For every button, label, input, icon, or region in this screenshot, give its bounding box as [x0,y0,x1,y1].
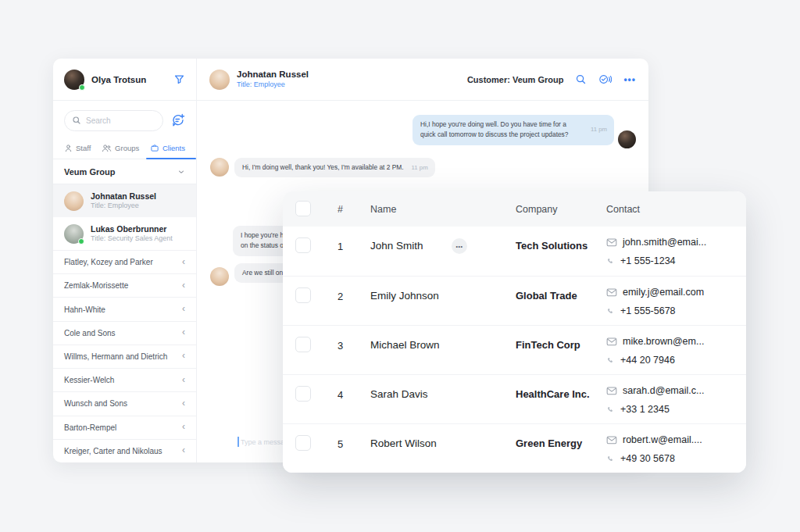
company-group-label: Willms, Hermann and Dietrich [64,352,167,361]
chevron-left-icon: ‹ [182,257,185,266]
row-number: 5 [338,438,343,450]
current-user-avatar [64,70,84,90]
filter-icon[interactable] [173,73,185,85]
chevron-left-icon: ‹ [182,304,185,313]
row-number: 3 [338,340,343,352]
row-checkbox[interactable] [295,337,311,352]
online-status-dot [79,84,85,91]
row-number: 1 [338,241,343,252]
contact-name-cell: Michael Brown [370,339,440,351]
company-group-item[interactable]: Zemlak-Morissette‹ [53,274,196,298]
contact-cell: sarah.d@email.c... +33 1 2345 [606,381,704,419]
company-group-item[interactable]: Flatley, Kozey and Parker‹ [53,251,196,274]
search-input[interactable]: Search [64,110,163,131]
current-user-name: Olya Trotsun [91,75,146,84]
contact-cell: mike.brown@em... +44 20 7946 [606,332,704,370]
table-row[interactable]: 2 Emily Johnson Global Trade emily.j@ema… [283,276,746,325]
contact-cell: john.smith@emai... +1 555-1234 [606,233,706,270]
chat-search-icon[interactable] [575,73,587,85]
company-group-item[interactable]: Hahn-White‹ [53,298,196,321]
company-group-item[interactable]: Kessier-Welch‹ [53,369,196,392]
phone-icon [606,405,615,414]
table-row[interactable]: 3 Michael Brown FinTech Corp mike.brown@… [283,325,746,374]
company-group-item[interactable]: Wunsch and Sons‹ [53,392,196,416]
contact-cell: robert.w@email.... +49 30 5678 [606,430,702,468]
sidebar-tabs: Staff Groups Clients [53,137,196,159]
phone-icon [606,257,615,266]
company-group-item[interactable]: Cole and Sons‹ [53,322,196,345]
contact-name-cell: Emily Johnson [370,290,439,302]
more-options-icon[interactable]: ••• [623,74,636,85]
chat-peer-title: Title: Employee [237,80,309,90]
column-header-contact: Contact [606,204,640,215]
contact-name-cell: John Smith [370,240,423,252]
contact-title: Title: Employee [91,202,156,211]
column-header-name: Name [370,204,396,215]
sidebar: Olya Trotsun Search [53,59,197,462]
group-header-veum[interactable]: Veum Group [53,159,196,184]
email-text: mike.brown@em... [623,336,704,347]
tab-clients[interactable]: Clients [150,137,185,159]
company-group-item[interactable]: Barton-Rempel‹ [53,416,196,440]
email-text: john.smith@emai... [623,237,706,248]
person-icon [64,144,73,152]
row-checkbox[interactable] [295,287,311,303]
people-icon [102,144,112,152]
company-groups-list: Flatley, Kozey and Parker‹ Zemlak-Moriss… [53,250,196,462]
table-row[interactable]: 4 Sarah Davis HealthCare Inc. sarah.d@em… [283,374,746,423]
search-icon [72,116,81,125]
tab-staff-label: Staff [76,144,91,152]
table-row[interactable]: 1 John Smith ••• Tech Solutions john.smi… [283,227,746,276]
phone-icon [606,455,615,463]
message-sender-avatar [210,158,229,177]
contact-avatar [64,224,84,244]
chevron-left-icon: ‹ [182,398,185,408]
contact-name-cell: Robert Wilson [370,437,437,449]
tab-staff[interactable]: Staff [64,137,91,159]
phone-text: +44 20 7946 [620,355,675,366]
contact-item-lukas[interactable]: Lukas Oberbrunner Title: Security Sales … [53,217,196,250]
table-row[interactable]: 5 Robert Wilson Green Energy robert.w@em… [283,423,746,473]
company-group-item[interactable]: Willms, Hermann and Dietrich‹ [53,345,196,369]
contact-name: Lukas Oberbrunner [91,223,173,234]
row-checkbox[interactable] [295,237,311,253]
search-placeholder: Search [86,116,111,125]
company-group-label: Kreiger, Carter and Nikolaus [64,447,162,455]
message-text: Are we still on [242,269,283,277]
company-group-item[interactable]: Kreiger, Carter and Nikolaus‹ [53,440,196,462]
message-bubble-outgoing: Hi,I hope you're doing well. Do you have… [412,115,614,145]
mark-read-icon[interactable] [598,73,612,85]
row-number: 4 [338,389,343,401]
company-group-label: Zemlak-Morissette [64,281,128,290]
contact-title: Title: Security Sales Agent [91,234,173,244]
online-status-dot [78,238,84,245]
row-checkbox[interactable] [295,386,311,402]
contacts-table-card: # Name Company Contact 1 John Smith ••• … [283,191,746,473]
message-sender-avatar [618,130,636,148]
chevron-left-icon: ‹ [182,351,185,360]
company-cell: HealthCare Inc. [516,388,590,400]
message-sender-avatar [210,267,229,286]
email-icon [606,237,617,247]
email-text: sarah.d@email.c... [623,385,704,396]
chat-peer-name: Johnatan Russel [237,69,309,80]
chat-header: Johnatan Russel Title: Employee Customer… [197,59,648,101]
select-all-checkbox[interactable] [295,201,311,216]
message-text: Hi,I hope you're doing well. Do you have… [420,120,568,138]
row-menu-icon[interactable]: ••• [452,238,467,254]
company-group-label: Flatley, Kozey and Parker [64,258,153,266]
email-icon [606,337,617,346]
active-tab-indicator [146,158,196,159]
phone-text: +1 555-1234 [620,255,676,266]
tab-groups[interactable]: Groups [102,137,139,159]
row-checkbox[interactable] [295,435,311,451]
text-cursor [238,437,239,447]
phone-icon [606,356,615,365]
company-cell: Green Energy [516,437,582,449]
message-bubble-incoming: Hi, I'm doing well, thank you! Yes, I'm … [234,158,435,177]
email-text: robert.w@email.... [623,434,702,445]
email-text: emily.j@email.com [623,287,704,298]
message-time: 11 pm [591,125,607,134]
contact-item-johnatan[interactable]: Johnatan Russel Title: Employee [53,184,196,217]
new-chat-icon[interactable] [171,113,185,127]
